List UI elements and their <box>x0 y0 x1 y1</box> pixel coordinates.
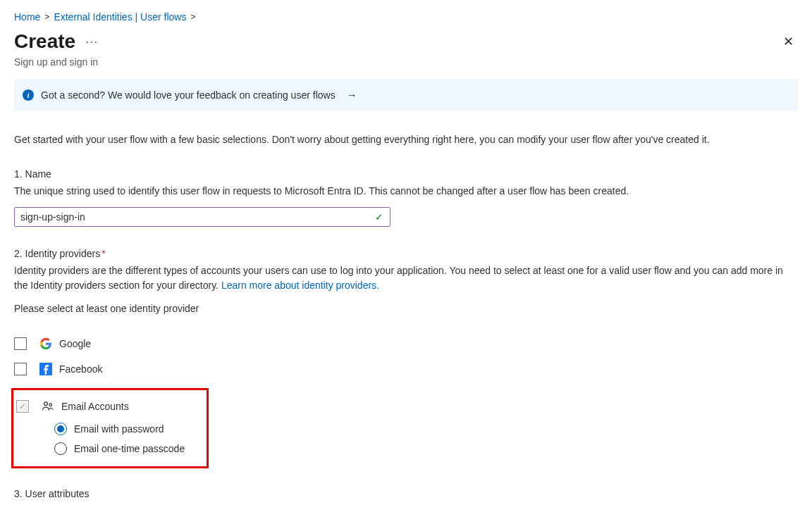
email-accounts-icon <box>42 400 54 413</box>
name-input[interactable] <box>14 207 390 227</box>
more-actions-button[interactable]: ··· <box>85 35 98 49</box>
section-name-label: 1. Name <box>14 168 798 180</box>
facebook-icon <box>39 363 52 375</box>
section-identity-label: 2. Identity providers* <box>14 248 798 259</box>
section-name-desc: The unique string used to identify this … <box>14 184 798 199</box>
email-checkbox[interactable] <box>16 400 29 413</box>
arrow-right-icon: → <box>347 89 357 101</box>
radio-email-passcode-label: Email one-time passcode <box>74 443 185 454</box>
section-identity-desc: Identity providers are the different typ… <box>14 263 798 293</box>
google-checkbox[interactable] <box>14 337 27 350</box>
breadcrumb-external-identities[interactable]: External Identities | User flows <box>54 11 186 23</box>
section-user-attributes-label: 3. User attributes <box>14 488 798 499</box>
page-subtitle: Sign up and sign in <box>14 56 798 68</box>
page-title: Create <box>14 30 75 53</box>
radio-email-password[interactable]: Email with password <box>54 423 205 435</box>
provider-facebook: Facebook <box>14 363 798 375</box>
learn-more-link[interactable]: Learn more about identity providers. <box>221 280 379 291</box>
radio-email-password-indicator <box>54 423 67 435</box>
chevron-right-icon: > <box>190 12 195 22</box>
intro-text: Get started with your user flow with a f… <box>14 133 798 147</box>
email-radio-group: Email with password Email one-time passc… <box>54 423 205 455</box>
radio-email-password-label: Email with password <box>74 423 164 435</box>
email-accounts-highlight: Email Accounts Email with password Email… <box>11 388 209 468</box>
svg-point-1 <box>44 401 48 405</box>
radio-email-passcode[interactable]: Email one-time passcode <box>54 442 205 455</box>
facebook-label: Facebook <box>59 363 102 375</box>
please-select-text: Please select at least one identity prov… <box>14 301 798 316</box>
email-label: Email Accounts <box>61 401 129 412</box>
info-icon: i <box>23 89 34 101</box>
required-indicator: * <box>102 248 105 259</box>
feedback-banner-text: Got a second? We would love your feedbac… <box>41 89 336 101</box>
google-icon <box>39 337 52 350</box>
breadcrumb-home[interactable]: Home <box>14 11 40 23</box>
provider-google: Google <box>14 337 798 350</box>
validation-check-icon: ✓ <box>375 211 383 223</box>
google-label: Google <box>59 338 91 349</box>
svg-point-2 <box>49 404 52 406</box>
provider-email: Email Accounts <box>15 400 205 413</box>
breadcrumb: Home > External Identities | User flows … <box>14 11 798 23</box>
chevron-right-icon: > <box>44 12 49 22</box>
close-button[interactable]: ✕ <box>779 30 798 54</box>
facebook-checkbox[interactable] <box>14 363 27 375</box>
feedback-banner[interactable]: i Got a second? We would love your feedb… <box>14 79 798 111</box>
radio-email-passcode-indicator <box>54 442 67 455</box>
